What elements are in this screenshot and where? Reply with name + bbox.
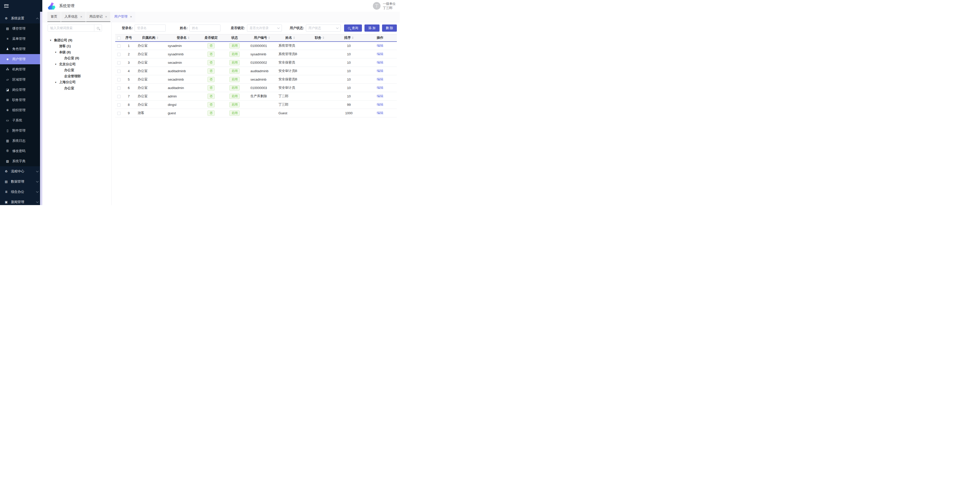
sidebar-item[interactable]: ▤ 数据管理	[0, 177, 42, 187]
column-header[interactable]: 姓名	[276, 34, 305, 42]
cell-order: 10	[335, 84, 363, 92]
column-header[interactable]: 归属机构	[135, 34, 165, 42]
column-header[interactable]: 排序	[335, 34, 363, 42]
tab[interactable]: 入库信息	[61, 12, 86, 22]
column-header[interactable]: 用户编号	[248, 34, 276, 42]
sort-icon[interactable]	[157, 37, 158, 39]
sort-icon[interactable]	[323, 37, 324, 39]
row-checkbox[interactable]	[117, 103, 121, 107]
tree-node[interactable]: 办公室	[48, 67, 111, 73]
tree-node[interactable]: 办公室	[48, 85, 111, 91]
column-header[interactable]: 操作	[363, 34, 397, 42]
locked-select[interactable]: 是否允许登录	[247, 24, 282, 32]
row-checkbox[interactable]	[117, 112, 121, 115]
tree-node[interactable]: 企业管理部	[48, 73, 111, 79]
search-button[interactable]: 查询	[344, 24, 362, 32]
user-info[interactable]: 一级单位 丁三郎	[383, 2, 396, 10]
column-header[interactable]: 状态	[221, 34, 248, 42]
column-header[interactable]: 是否锁定	[201, 34, 221, 42]
edit-link[interactable]: 编辑	[377, 69, 383, 73]
row-checkbox[interactable]	[117, 78, 121, 81]
delete-button[interactable]: 删 除	[382, 24, 397, 32]
tree-node[interactable]: ▾ 上海分公司	[48, 79, 111, 85]
sidebar-item[interactable]: ▭ 子系统	[0, 115, 42, 126]
edit-link[interactable]: 编辑	[377, 102, 383, 106]
sidebar-menu: ⚙ 系统设置 ▤ 缓存管理 ≡ 菜单管理 ♟ 角色管理	[0, 12, 42, 205]
sidebar-item[interactable]: ⚙ 系统设置	[0, 13, 42, 24]
select-all-checkbox[interactable]	[117, 37, 121, 40]
sidebar-item[interactable]: ♟ 角色管理	[0, 44, 42, 54]
user-org: 一级单位	[383, 2, 396, 6]
row-checkbox[interactable]	[117, 86, 121, 90]
column-header[interactable]	[115, 34, 123, 42]
sort-icon[interactable]	[293, 37, 295, 39]
menu-fold-icon[interactable]	[4, 4, 9, 8]
close-icon[interactable]	[105, 15, 107, 18]
column-label: 状态	[231, 35, 238, 40]
tree-node-label: 本级 (8)	[59, 50, 71, 54]
tab[interactable]: 用户管理	[111, 12, 135, 22]
name-filter-input[interactable]	[189, 24, 221, 32]
status-badge: 启用	[229, 51, 240, 57]
tree-node[interactable]: ▾ 本级 (8)	[48, 49, 111, 55]
sidebar-item[interactable]: ≣ 综合办公	[0, 187, 42, 197]
login-filter-input[interactable]	[135, 24, 165, 32]
tree-search-button[interactable]	[94, 25, 102, 31]
tab[interactable]: 用品登记	[86, 12, 111, 22]
sort-icon[interactable]	[352, 37, 353, 39]
tree-node[interactable]: 办公室 (8)	[48, 55, 111, 61]
sidebar-item[interactable]: ▤ 缓存管理	[0, 24, 42, 34]
status-select[interactable]: 用户状态	[306, 24, 341, 32]
row-checkbox[interactable]	[117, 61, 121, 64]
menu-icon: ⁂	[5, 68, 10, 71]
sidebar-item[interactable]: ▥ 系统日志	[0, 136, 42, 146]
column-header[interactable]: 序号	[123, 34, 135, 42]
sidebar-item[interactable]: ◪ 岗位管理	[0, 85, 42, 95]
sidebar-item[interactable]: ® 修改密码	[0, 146, 42, 156]
edit-link[interactable]: 编辑	[377, 44, 383, 48]
close-icon[interactable]	[130, 15, 132, 18]
edit-link[interactable]: 编辑	[377, 111, 383, 115]
tree-search-input[interactable]	[48, 25, 94, 31]
sidebar-item[interactable]: ≡ 菜单管理	[0, 34, 42, 44]
cell-duty	[305, 58, 335, 67]
sort-icon[interactable]	[188, 37, 189, 39]
main-panel: 登录名: 姓名: 是否锁定: 是否允许登录 用户状态: 用户状态 查询 添 加 …	[111, 22, 399, 205]
edit-link[interactable]: 编辑	[377, 52, 383, 56]
sidebar-item[interactable]: ⁂ 机构管理	[0, 64, 42, 75]
column-header[interactable]: 职务	[305, 34, 335, 42]
sidebar-item[interactable]: ※ 组织管理	[0, 105, 42, 115]
cell-duty	[305, 50, 335, 58]
status-badge: 启用	[229, 85, 240, 91]
sidebar-item[interactable]: ⊞ 职务管理	[0, 95, 42, 105]
column-header[interactable]: 登录名	[165, 34, 201, 42]
sidebar-scrollbar[interactable]	[40, 12, 42, 205]
tree-node[interactable]: ▾ 北京分公司	[48, 61, 111, 67]
sidebar-item[interactable]: ▣ 新闻管理	[0, 197, 42, 205]
tree-node[interactable]: ▾ 集团公司 (9)	[48, 37, 111, 43]
cell-name: 系统管理员B	[276, 50, 305, 58]
sidebar-item[interactable]: ▱ 区域管理	[0, 75, 42, 85]
sort-icon[interactable]	[268, 37, 270, 39]
locked-badge: 否	[207, 94, 215, 99]
edit-link[interactable]: 编辑	[377, 77, 383, 81]
row-checkbox[interactable]	[117, 95, 121, 98]
row-checkbox[interactable]	[117, 45, 121, 48]
tab[interactable]: 首页	[48, 12, 60, 22]
row-checkbox[interactable]	[117, 53, 121, 56]
cell-login: guest	[165, 109, 201, 117]
tree-node[interactable]: 游客 (1)	[48, 43, 111, 50]
avatar[interactable]: 丁	[373, 2, 380, 10]
tree-node-label: 上海分公司	[59, 80, 76, 85]
row-checkbox[interactable]	[117, 70, 121, 73]
sidebar-item[interactable]: ▧ 系统字典	[0, 156, 42, 166]
cell-name: 系统管理员	[276, 42, 305, 50]
sidebar-item[interactable]: ▯ 附件管理	[0, 126, 42, 136]
edit-link[interactable]: 编辑	[377, 94, 383, 98]
sidebar-item[interactable]: ☻ 用户管理	[0, 54, 42, 64]
close-icon[interactable]	[80, 15, 82, 18]
edit-link[interactable]: 编辑	[377, 86, 383, 89]
sidebar-item[interactable]: ♻ 流程中心	[0, 166, 42, 177]
edit-link[interactable]: 编辑	[377, 61, 383, 64]
add-button[interactable]: 添 加	[364, 24, 379, 32]
